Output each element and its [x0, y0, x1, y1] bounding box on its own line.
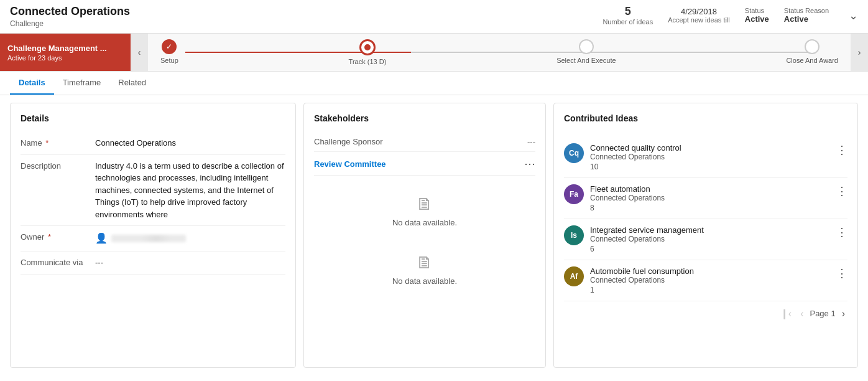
progress-section: Challenge Management ... Active for 23 d…	[0, 34, 868, 72]
no-data-text-1: No data available.	[392, 218, 457, 227]
steps-list: ✓ Setup Track (13 D) Select And Execute …	[160, 39, 838, 65]
idea-avatar-3: Af	[564, 266, 584, 286]
review-committee-menu[interactable]: ⋯	[524, 157, 535, 171]
no-data-icon-2: 🗎	[416, 252, 433, 273]
field-communicate-value: ---	[95, 256, 285, 269]
sponsor-label: Challenge Sponsor	[314, 137, 383, 146]
idea-title-1: Fleet automation	[590, 184, 830, 194]
header-accept-date: 4/29/2018 Accept new ideas till	[668, 7, 730, 24]
sponsor-row: Challenge Sponsor ---	[314, 132, 535, 152]
idea-org-2: Connected Operations	[590, 235, 830, 243]
ideas-header: Contributed Ideas	[564, 113, 847, 132]
field-description-value: Industry 4.0 is a term used to describe …	[95, 160, 285, 221]
idea-item-1: Fa Fleet automation Connected Operations…	[564, 178, 847, 219]
stakeholders-no-data: 🗎 No data available.	[314, 240, 535, 298]
ideas-title: Contributed Ideas	[564, 113, 638, 123]
tabs-bar: Details Timeframe Related	[0, 72, 868, 95]
idea-menu-3[interactable]: ⋮	[836, 266, 847, 280]
owner-avatar-icon: 👤	[95, 231, 108, 246]
idea-menu-0[interactable]: ⋮	[836, 143, 847, 157]
idea-info-2: Integrated service management Connected …	[590, 225, 830, 253]
tab-timeframe[interactable]: Timeframe	[54, 72, 110, 95]
header-status: Status Active	[745, 7, 769, 24]
page-first-button[interactable]: ❙‹	[778, 306, 794, 321]
page-label: Page 1	[810, 309, 835, 318]
owner-row: 👤	[95, 231, 285, 246]
header-status-reason: Status Reason Active	[784, 7, 829, 24]
owner-required: *	[45, 232, 51, 242]
idea-menu-2[interactable]: ⋮	[836, 225, 847, 239]
field-description-label: Description	[21, 160, 95, 171]
field-communicate: Communicate via ---	[21, 252, 285, 275]
field-owner-label: Owner *	[21, 231, 95, 242]
page-prev-button[interactable]: ‹	[798, 307, 806, 321]
idea-org-3: Connected Operations	[590, 276, 830, 285]
step-circle-close	[805, 39, 820, 54]
header-chevron-icon[interactable]: ⌄	[849, 9, 858, 22]
badge-title: Challenge Management ...	[7, 44, 123, 53]
idea-menu-1[interactable]: ⋮	[836, 184, 847, 198]
idea-title-0: Connected quality control	[590, 143, 830, 153]
field-owner-value: 👤	[95, 231, 285, 246]
ideas-panel: Contributed Ideas Cq Connected quality c…	[553, 103, 858, 368]
page-header: Connected Operations Challenge 5 Number …	[0, 0, 868, 34]
challenge-badge: Challenge Management ... Active for 23 d…	[0, 34, 131, 71]
idea-org-1: Connected Operations	[590, 194, 830, 202]
sponsor-value: ---	[527, 137, 535, 146]
field-owner: Owner * 👤	[21, 226, 285, 252]
no-data-icon-1: 🗎	[416, 194, 433, 214]
page-subtitle: Challenge	[10, 19, 603, 28]
idea-avatar-2: Is	[564, 225, 584, 245]
step-setup: ✓ Setup	[160, 39, 178, 65]
idea-title-3: Automobile fuel consumption	[590, 266, 830, 276]
idea-title-2: Integrated service management	[590, 225, 830, 235]
idea-avatar-1: Fa	[564, 184, 584, 204]
idea-info-1: Fleet automation Connected Operations 8	[590, 184, 830, 212]
progress-left-button[interactable]: ‹	[131, 34, 148, 71]
tab-related[interactable]: Related	[109, 72, 155, 95]
idea-org-0: Connected Operations	[590, 153, 830, 161]
step-label-track: Track (13 D)	[349, 58, 387, 65]
stakeholders-panel: Stakeholders Challenge Sponsor --- Revie…	[303, 103, 546, 368]
step-track: Track (13 D)	[349, 39, 387, 65]
idea-avatar-0: Cq	[564, 143, 584, 163]
step-label-select: Select And Execute	[556, 57, 616, 64]
idea-count-2: 6	[590, 245, 830, 253]
field-name-value: Connected Operations	[95, 137, 285, 149]
idea-info-3: Automobile fuel consumption Connected Op…	[590, 266, 830, 294]
field-communicate-label: Communicate via	[21, 256, 95, 267]
review-committee-label: Review Committee	[314, 159, 386, 169]
page-next-button[interactable]: ›	[839, 307, 847, 321]
idea-item-3: Af Automobile fuel consumption Connected…	[564, 260, 847, 301]
page-title: Connected Operations	[10, 5, 603, 18]
header-right: 5 Number of ideas 4/29/2018 Accept new i…	[603, 5, 858, 26]
review-committee-row: Review Committee ⋯	[314, 152, 535, 176]
idea-item-0: Cq Connected quality control Connected O…	[564, 137, 847, 178]
idea-info-0: Connected quality control Connected Oper…	[590, 143, 830, 171]
idea-count-3: 1	[590, 286, 830, 294]
field-name-label: Name *	[21, 137, 95, 148]
progress-right-button[interactable]: ›	[851, 34, 868, 71]
main-content: Details Name * Connected Operations Desc…	[0, 95, 868, 375]
details-title: Details	[21, 113, 285, 123]
field-description: Description Industry 4.0 is a term used …	[21, 155, 285, 227]
idea-count-0: 10	[590, 162, 830, 171]
name-required: *	[44, 138, 49, 148]
step-label-setup: Setup	[160, 57, 178, 64]
stakeholders-title: Stakeholders	[314, 113, 535, 123]
review-committee-no-data: 🗎 No data available.	[314, 181, 535, 240]
owner-name-blurred	[111, 235, 186, 242]
tab-details[interactable]: Details	[10, 72, 54, 95]
step-circle-setup: ✓	[162, 39, 177, 54]
step-circle-track	[359, 39, 376, 55]
idea-count-1: 8	[590, 204, 830, 212]
no-data-text-2: No data available.	[392, 276, 457, 286]
idea-item-2: Is Integrated service management Connect…	[564, 219, 847, 260]
details-panel: Details Name * Connected Operations Desc…	[10, 103, 296, 368]
step-circle-select	[579, 39, 594, 54]
header-left: Connected Operations Challenge	[10, 5, 603, 28]
step-close: Close And Award	[786, 39, 838, 65]
badge-subtitle: Active for 23 days	[7, 54, 123, 62]
header-ideas-count: 5 Number of ideas	[603, 5, 653, 26]
steps-container: ✓ Setup Track (13 D) Select And Execute …	[148, 34, 851, 71]
